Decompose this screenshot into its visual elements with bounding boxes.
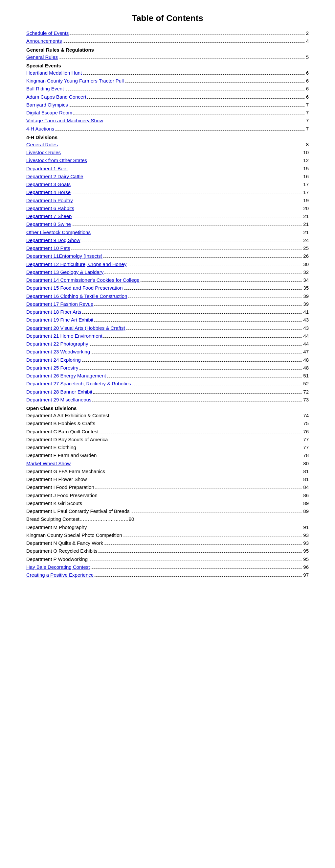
toc-link[interactable]: Department 18 Fiber Arts — [26, 309, 81, 315]
toc-entry[interactable]: Hay Bale Decorating Contest96 — [26, 563, 309, 571]
toc-entry[interactable]: Department 21 Home Environment44 — [26, 332, 309, 340]
toc-link[interactable]: Department 12 Horticulture, Crops and Ho… — [26, 261, 127, 267]
toc-entry-text: Department B Hobbies & Crafts — [26, 420, 95, 427]
toc-link[interactable]: Department 20 Visual Arts (Hobbies & Cra… — [26, 325, 126, 331]
toc-link[interactable]: Hay Bale Decorating Contest — [26, 564, 90, 570]
toc-entry[interactable]: Barnyard Olympics7 — [26, 101, 309, 108]
toc-link[interactable]: Other Livestock Competitions — [26, 229, 91, 235]
toc-entry[interactable]: Department 2 Dairy Cattle16 — [26, 173, 309, 180]
toc-link[interactable]: Department 15 Food and Food Preservation — [26, 285, 123, 291]
toc-link[interactable]: Department 28 Banner Exhibit — [26, 389, 92, 395]
toc-entry[interactable]: Market Wheat Show80 — [26, 460, 309, 467]
toc-link[interactable]: Department 19 Fine Art Exhibit — [26, 317, 93, 322]
toc-link[interactable]: Department 8 Swine — [26, 221, 71, 227]
toc-entry[interactable]: Department 13 Geology & Lapidary32 — [26, 268, 309, 276]
toc-entry[interactable]: Department 19 Fine Art Exhibit43 — [26, 316, 309, 323]
toc-entry[interactable]: Department 4 Horse17 — [26, 188, 309, 196]
toc-entry[interactable]: 4-H Auctions7 — [26, 125, 309, 132]
toc-entry-text: Department 29 Miscellaneous — [26, 396, 91, 403]
toc-entry[interactable]: General Rules8 — [26, 141, 309, 148]
toc-entry[interactable]: Department 9 Dog Show24 — [26, 237, 309, 244]
toc-link[interactable]: Market Wheat Show — [26, 461, 71, 466]
toc-page-number: 95 — [303, 547, 309, 555]
toc-link[interactable]: Department 27 Spacetech, Rocketry & Robo… — [26, 381, 131, 386]
toc-link[interactable]: Department 26 Energy Management — [26, 373, 106, 378]
toc-link[interactable]: Department 2 Dairy Cattle — [26, 174, 83, 179]
toc-entry[interactable]: Schedule of Events2 — [26, 29, 309, 37]
toc-page-number: 10 — [303, 149, 309, 156]
toc-entry[interactable]: Department 5 Poultry19 — [26, 197, 309, 204]
toc-entry[interactable]: Department 3 Goats17 — [26, 181, 309, 188]
toc-link[interactable]: Department 10 Pets — [26, 245, 70, 251]
toc-link[interactable]: General Rules — [26, 142, 58, 147]
toc-entry[interactable]: Department 26 Energy Management51 — [26, 372, 309, 379]
toc-entry[interactable]: Department 12 Horticulture, Crops and Ho… — [26, 260, 309, 268]
toc-link[interactable]: Department 13 Geology & Lapidary — [26, 269, 103, 275]
toc-entry[interactable]: Department 22 Photography44 — [26, 340, 309, 347]
toc-entry[interactable]: Department 27 Spacetech, Rocketry & Robo… — [26, 380, 309, 387]
toc-link[interactable]: Department 9 Dog Show — [26, 237, 80, 243]
toc-link[interactable]: Kingman County Young Farmers Tractor Pul… — [26, 78, 124, 84]
toc-link[interactable]: Department 6 Rabbits — [26, 206, 74, 211]
toc-link[interactable]: Department 11Entomolgy (Insects) — [26, 253, 102, 259]
toc-link[interactable]: Department 23 Woodworking — [26, 349, 90, 354]
toc-entry[interactable]: Kingman County Young Farmers Tractor Pul… — [26, 77, 309, 85]
toc-link[interactable]: Department 3 Goats — [26, 182, 71, 187]
toc-link[interactable]: Creating a Positive Experience — [26, 572, 94, 578]
toc-entry[interactable]: Department 11Entomolgy (Insects)26 — [26, 252, 309, 260]
toc-entry[interactable]: Other Livestock Competitions21 — [26, 228, 309, 236]
toc-link[interactable]: Department 4 Horse — [26, 189, 71, 195]
toc-dots — [73, 218, 302, 218]
toc-link[interactable]: Barnyard Olympics — [26, 102, 68, 107]
toc-link[interactable]: Vintage Farm and Machinery Show — [26, 118, 103, 123]
toc-link[interactable]: Bull Riding Event — [26, 86, 64, 91]
toc-link[interactable]: Department 29 Miscellaneous — [26, 397, 91, 402]
toc-entry[interactable]: Vintage Farm and Machinery Show7 — [26, 117, 309, 124]
toc-entry[interactable]: Department 15 Food and Food Preservation… — [26, 284, 309, 291]
toc-link[interactable]: Department 5 Poultry — [26, 197, 73, 203]
toc-entry[interactable]: Department 6 Rabbits20 — [26, 205, 309, 212]
toc-entry[interactable]: Department 8 Swine21 — [26, 220, 309, 228]
toc-entry[interactable]: General Rules5 — [26, 53, 309, 61]
toc-link[interactable]: Livestock Rules — [26, 150, 61, 155]
toc-entry[interactable]: Adam Capps Band Concert6 — [26, 93, 309, 101]
toc-entry[interactable]: Bull Riding Event6 — [26, 85, 309, 92]
toc-link[interactable]: Announcements — [26, 38, 62, 44]
toc-entry[interactable]: Department 25 Forestry48 — [26, 364, 309, 372]
toc-entry[interactable]: Department 24 Exploring48 — [26, 356, 309, 364]
toc-link[interactable]: General Rules — [26, 54, 58, 60]
toc-link[interactable]: Heartland Medallion Hunt — [26, 70, 82, 75]
toc-page-number: 8 — [306, 141, 309, 148]
toc-link[interactable]: Department 21 Home Environment — [26, 333, 102, 339]
toc-entry[interactable]: Heartland Medallion Hunt6 — [26, 69, 309, 76]
toc-entry[interactable]: Department 1 Beef15 — [26, 165, 309, 172]
toc-entry[interactable]: Livestock Rules10 — [26, 149, 309, 156]
toc-entry[interactable]: Department 17 Fashion Revue39 — [26, 300, 309, 308]
toc-entry[interactable]: Department 18 Fiber Arts41 — [26, 308, 309, 316]
toc-link[interactable]: Livestock from Other States — [26, 157, 87, 163]
toc-link[interactable]: Department 22 Photography — [26, 341, 88, 346]
toc-entry[interactable]: Department 7 Sheep21 — [26, 212, 309, 220]
toc-entry[interactable]: Announcements4 — [26, 37, 309, 45]
toc-entry[interactable]: Livestock from Other States12 — [26, 156, 309, 164]
toc-entry[interactable]: Department 14 Commissioner's Cookies for… — [26, 276, 309, 284]
toc-entry[interactable]: Digital Escape Room7 — [26, 109, 309, 116]
toc-link[interactable]: Department 25 Forestry — [26, 365, 78, 371]
toc-entry[interactable]: Creating a Positive Experience97 — [26, 571, 309, 579]
toc-entry[interactable]: Department 28 Banner Exhibit72 — [26, 388, 309, 396]
toc-entry[interactable]: Department 16 Clothing & Textile Constru… — [26, 292, 309, 300]
toc-link[interactable]: Department 24 Exploring — [26, 357, 81, 363]
toc-entry[interactable]: Department 29 Miscellaneous73 — [26, 396, 309, 403]
toc-link[interactable]: Digital Escape Room — [26, 110, 72, 115]
toc-link[interactable]: 4-H Auctions — [26, 126, 54, 131]
toc-link[interactable]: Adam Capps Band Concert — [26, 94, 87, 100]
toc-link[interactable]: Department 17 Fashion Revue — [26, 301, 93, 307]
toc-link[interactable]: Department 1 Beef — [26, 166, 68, 171]
toc-entry[interactable]: Department 10 Pets25 — [26, 244, 309, 252]
toc-entry[interactable]: Department 20 Visual Arts (Hobbies & Cra… — [26, 324, 309, 332]
toc-link[interactable]: Department 14 Commissioner's Cookies for… — [26, 277, 140, 283]
toc-entry[interactable]: Department 23 Woodworking47 — [26, 348, 309, 355]
toc-link[interactable]: Schedule of Events — [26, 30, 69, 36]
toc-link[interactable]: Department 16 Clothing & Textile Constru… — [26, 293, 127, 299]
toc-link[interactable]: Department 7 Sheep — [26, 213, 72, 219]
